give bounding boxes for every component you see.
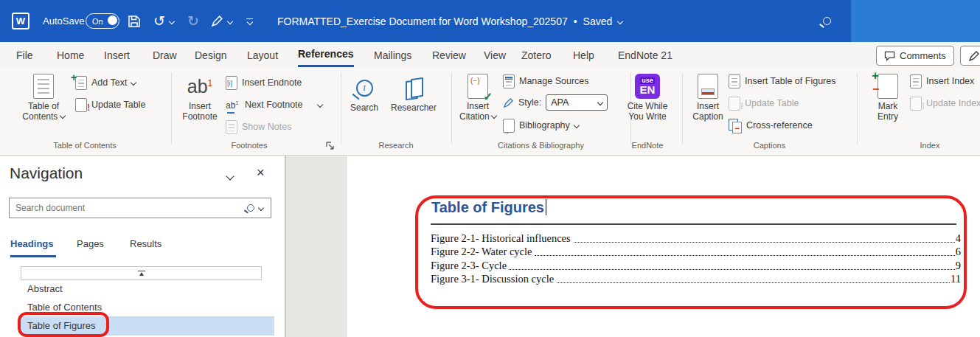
footnotes-dialog-launcher[interactable] (326, 140, 336, 150)
chevron-down-icon (246, 18, 252, 24)
style-row: Style: APA (503, 94, 608, 111)
editing-mode-button[interactable] (960, 46, 980, 66)
format-pen-icon (211, 15, 223, 27)
toc-icon (33, 74, 54, 99)
tab-design[interactable]: Design (195, 43, 227, 67)
insert-index-button[interactable]: Insert Index (910, 73, 974, 89)
document-title[interactable]: FORMATTED_Exercise Document for Word Wor… (277, 0, 622, 42)
cross-reference-button[interactable]: − Cross-reference (729, 117, 813, 133)
insert-endnote-button[interactable]: [i] Insert Endnote (226, 74, 302, 91)
tof-entry-page: 9 (956, 260, 961, 272)
heading-underline (431, 223, 956, 225)
undo-button[interactable]: ↺ (153, 0, 174, 42)
tof-entry[interactable]: Figure 2-2- Water cycle 6 (431, 245, 961, 258)
insert-citation-button[interactable]: (−)✓ Insert Citation (454, 72, 501, 122)
chevron-down-icon (59, 113, 65, 119)
ribbon-options-button[interactable] (246, 0, 253, 42)
group-label-endnote: EndNote (625, 141, 670, 150)
document-gutter (286, 156, 347, 337)
style-value: APA (551, 97, 569, 108)
search-input[interactable] (10, 203, 247, 213)
toc-button-label2: Contents (22, 111, 58, 122)
nav-item-empty-heading[interactable] (21, 266, 262, 280)
format-painter-button[interactable] (211, 0, 232, 42)
redo-icon: ↻ (187, 14, 199, 28)
manage-sources-button[interactable]: Manage Sources (503, 73, 589, 89)
nav-item-abstract[interactable]: Abstract (27, 283, 63, 294)
toc-button-label: Table of (28, 101, 59, 111)
title-dot: • (574, 15, 577, 27)
insert-table-of-figures-button[interactable]: Insert Table of Figures (729, 73, 835, 89)
researcher-button[interactable]: Researcher (385, 73, 442, 113)
update-index-button: ! Update Index (910, 95, 980, 111)
nav-item-table-of-contents[interactable]: Table of Contents (27, 302, 102, 313)
add-text-icon: + (75, 76, 87, 90)
tab-insert[interactable]: Insert (104, 43, 130, 67)
tab-view[interactable]: View (484, 43, 506, 67)
add-text-button[interactable]: + Add Text (75, 74, 136, 91)
nav-item-table-of-figures[interactable]: Table of Figures (27, 320, 96, 331)
tof-entry[interactable]: Figure 2-1- Historical influences 4 (431, 232, 961, 245)
autosave-toggle[interactable]: On (86, 0, 119, 42)
tof-entry-page: 4 (956, 232, 961, 245)
group-label-footnotes: Footnotes (171, 141, 327, 150)
navigation-collapse-button[interactable] (227, 170, 233, 184)
mark-entry-button[interactable]: +− Mark Entry (867, 72, 908, 122)
tab-mailings[interactable]: Mailings (374, 43, 411, 67)
tab-references[interactable]: References (298, 43, 354, 67)
tof-entry[interactable]: Figure 3-1- Discussion cycle 11 (431, 272, 961, 285)
table-of-figures-list: Figure 2-1- Historical influences 4 Figu… (431, 232, 961, 285)
search-icon (823, 17, 831, 25)
tab-file[interactable]: File (16, 43, 33, 67)
nav-tab-results[interactable]: Results (130, 238, 161, 249)
search-icon[interactable] (247, 204, 254, 212)
document-heading[interactable]: Table of Figures (431, 199, 546, 216)
insert-footnote-button[interactable]: ab1 Insert Footnote (177, 72, 223, 122)
tab-endnote21[interactable]: EndNote 21 (618, 43, 673, 67)
tab-help[interactable]: Help (573, 43, 594, 67)
nav-tab-pages[interactable]: Pages (77, 238, 104, 249)
insert-tof-icon (729, 74, 740, 88)
cite-while-you-write-button[interactable]: use EN Cite While You Write (625, 72, 670, 122)
chevron-down-icon (574, 122, 580, 128)
search-button[interactable] (823, 0, 831, 42)
tab-zotero[interactable]: Zotero (521, 43, 551, 67)
bibliography-button[interactable]: → Bibliography (503, 117, 579, 133)
group-separator (341, 72, 341, 145)
tof-entry-page: 6 (956, 246, 961, 258)
tab-layout[interactable]: Layout (247, 43, 278, 67)
tab-draw[interactable]: Draw (153, 43, 177, 67)
dot-leader (510, 269, 955, 270)
comments-button[interactable]: Comments (876, 46, 954, 66)
insert-caption-button[interactable]: Insert Caption (686, 72, 730, 122)
update-table-captions-icon: ! (729, 97, 740, 111)
update-table-button[interactable]: ! Update Table (75, 97, 145, 113)
smart-search-button[interactable]: i Search (344, 73, 385, 113)
style-label: Style: (518, 97, 541, 108)
group-label-captions: Captions (682, 141, 857, 150)
next-footnote-button[interactable]: ab1 Next Footnote (226, 97, 322, 113)
table-of-contents-button[interactable]: Table of Contents (13, 72, 74, 122)
navigation-search-box[interactable] (9, 198, 271, 218)
nav-tab-headings[interactable]: Headings (10, 238, 54, 249)
navigation-close-button[interactable]: × (257, 165, 265, 181)
show-notes-icon (226, 120, 237, 134)
group-label-index: Index (867, 141, 980, 150)
update-table-icon: ! (75, 98, 87, 112)
insert-caption-label: Insert (697, 101, 719, 111)
undo-icon: ↺ (153, 14, 165, 28)
chevron-down-icon (227, 18, 233, 24)
style-select[interactable]: APA (546, 94, 608, 111)
bibliography-label: Bibliography (519, 120, 570, 131)
show-notes-button: Show Notes (226, 119, 291, 135)
tab-review[interactable]: Review (432, 43, 466, 67)
update-index-icon: ! (910, 97, 922, 111)
tof-entry-label: Figure 3-1- Discussion cycle (431, 273, 554, 285)
dot-leader (535, 255, 954, 256)
chevron-down-icon[interactable] (258, 205, 264, 211)
tab-home[interactable]: Home (57, 43, 84, 67)
redo-button[interactable]: ↻ (187, 0, 199, 42)
save-icon[interactable] (127, 0, 142, 42)
researcher-icon (405, 78, 423, 97)
tof-entry[interactable]: Figure 2-3- Cycle 9 (431, 258, 961, 271)
